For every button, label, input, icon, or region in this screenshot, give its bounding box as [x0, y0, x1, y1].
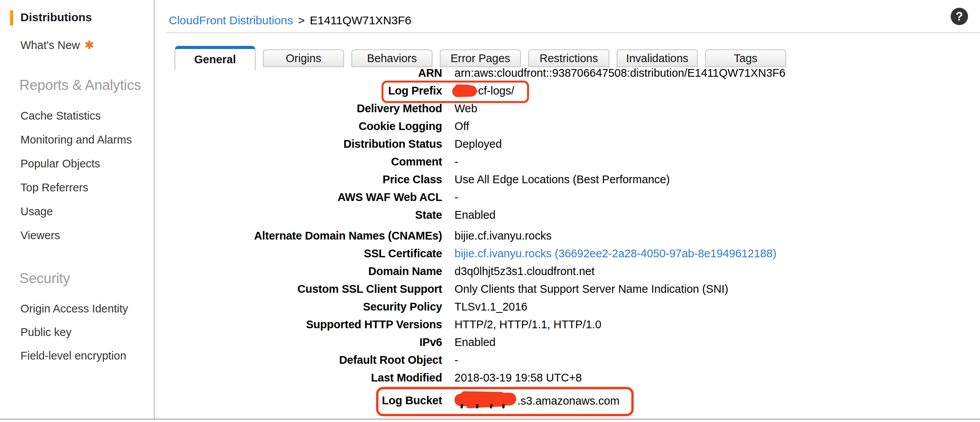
field-value: Web	[454, 102, 477, 115]
field-label: Distribution Status	[166, 138, 442, 150]
breadcrumb-separator: >	[298, 14, 305, 27]
header-divider	[166, 32, 980, 33]
detail-row-log-prefix: Log Prefixbijie-cf-logs/	[166, 82, 980, 100]
field-label: Last Modified	[166, 371, 442, 384]
field-value: -	[454, 191, 458, 204]
detail-row-state: StateEnabled	[166, 206, 980, 224]
field-label: IPv6	[166, 336, 442, 349]
detail-row-custom-ssl-client-support: Custom SSL Client SupportOnly Clients th…	[166, 280, 980, 298]
field-label: Domain Name	[166, 265, 442, 278]
sidebar-section-reports-analytics: Reports & Analytics	[19, 77, 141, 93]
detail-row-log-bucket: Log Bucket.s3.amazonaws.com	[166, 388, 980, 413]
field-label: Custom SSL Client Support	[166, 283, 442, 295]
redacted-value: bijie-cf-logs/	[454, 84, 514, 97]
redaction-scribble	[452, 85, 477, 97]
detail-row-security-policy: Security PolicyTLSv1.1_2016	[166, 298, 980, 316]
detail-row-last-modified: Last Modified2018-03-19 19:58 UTC+8	[166, 369, 980, 387]
sidebar-item-popular-objects[interactable]: Popular Objects	[20, 157, 100, 170]
field-value: Use All Edge Locations (Best Performance…	[454, 173, 670, 186]
sidebar-item-cache-statistics[interactable]: Cache Statistics	[20, 110, 101, 122]
sidebar-item-distributions[interactable]: Distributions	[20, 11, 92, 24]
detail-row-cookie-logging: Cookie LoggingOff	[166, 117, 980, 135]
field-label: Supported HTTP Versions	[166, 318, 442, 331]
field-label: Default Root Object	[166, 354, 442, 366]
breadcrumb-current-distribution-id: E1411QW71XN3F6	[310, 14, 411, 27]
field-value: TLSv1.1_2016	[454, 300, 527, 313]
field-label: ARN	[166, 67, 442, 79]
field-value[interactable]: bijie.cf.ivanyu.rocks (36692ee2-2a28-405…	[454, 247, 777, 260]
sidebar-item-what-s-new[interactable]: What's New✱	[20, 38, 94, 52]
sidebar-item-monitoring-and-alarms[interactable]: Monitoring and Alarms	[20, 133, 132, 146]
field-label: Cookie Logging	[166, 120, 442, 133]
field-label: SSL Certificate	[166, 247, 442, 260]
sidebar-item-label: Distributions	[20, 11, 92, 24]
field-label: Log Bucket	[166, 394, 442, 407]
detail-row-default-root-object: Default Root Object-	[166, 351, 980, 369]
field-value: bijie-cf-logs/	[454, 84, 514, 97]
sidebar-item-top-referrers[interactable]: Top Referrers	[20, 181, 88, 194]
breadcrumb-link-cloudfront-distributions[interactable]: CloudFront Distributions	[169, 14, 293, 27]
field-value: Enabled	[454, 336, 495, 349]
distribution-details: ARNarn:aws:cloudfront::938706647508:dist…	[166, 64, 980, 413]
detail-row-alternate-domain-names-cnames: Alternate Domain Names (CNAMEs)bijie.cf.…	[166, 227, 980, 245]
sidebar-item-usage[interactable]: Usage	[20, 205, 53, 218]
field-value: 2018-03-19 19:58 UTC+8	[454, 371, 582, 384]
field-label: Alternate Domain Names (CNAMEs)	[166, 230, 442, 242]
field-value: bijie.cf.ivanyu.rocks	[454, 230, 551, 242]
active-item-indicator	[10, 10, 13, 25]
sidebar-item-public-key[interactable]: Public key	[20, 326, 71, 339]
field-value: Only Clients that Support Server Name In…	[454, 283, 728, 295]
field-label: Security Policy	[166, 300, 442, 313]
field-value: d3q0lhjt5z3s1.cloudfront.net	[454, 265, 595, 278]
detail-row-domain-name: Domain Named3q0lhjt5z3s1.cloudfront.net	[166, 262, 980, 280]
sidebar-item-viewers[interactable]: Viewers	[20, 229, 60, 242]
field-label: Price Class	[166, 173, 442, 186]
field-label: Log Prefix	[166, 84, 442, 97]
whats-new-badge-icon: ✱	[85, 39, 94, 51]
detail-row-ssl-certificate: SSL Certificatebijie.cf.ivanyu.rocks (36…	[166, 245, 980, 262]
sidebar-section-security: Security	[19, 270, 70, 287]
field-label: Delivery Method	[166, 102, 442, 115]
detail-row-ipv6: IPv6Enabled	[166, 333, 980, 351]
field-value: Deployed	[454, 138, 502, 150]
field-value: Enabled	[454, 209, 495, 221]
field-value: -	[454, 155, 458, 168]
redaction-scribble	[454, 392, 517, 408]
detail-row-arn: ARNarn:aws:cloudfront::938706647508:dist…	[166, 64, 980, 82]
sidebar: DistributionsWhat's New✱Reports & Analyt…	[0, 0, 155, 419]
sidebar-item-label: What's New	[20, 39, 80, 51]
detail-row-delivery-method: Delivery MethodWeb	[166, 100, 980, 117]
field-label: Comment	[166, 155, 442, 168]
detail-row-supported-http-versions: Supported HTTP VersionsHTTP/2, HTTP/1.1,…	[166, 316, 980, 333]
detail-row-comment: Comment-	[166, 153, 980, 170]
field-value: Off	[454, 120, 469, 133]
field-value: HTTP/2, HTTP/1.1, HTTP/1.0	[454, 318, 601, 331]
field-label: State	[166, 209, 442, 221]
breadcrumb: CloudFront Distributions>E1411QW71XN3F6	[169, 14, 411, 27]
page-bottom-divider	[0, 419, 980, 420]
field-value: -	[454, 354, 458, 366]
field-value-text: .s3.amazonaws.com	[517, 395, 619, 407]
field-label: AWS WAF Web ACL	[166, 191, 442, 204]
sidebar-item-field-level-encryption[interactable]: Field-level encryption	[20, 349, 126, 362]
detail-row-price-class: Price ClassUse All Edge Locations (Best …	[166, 170, 980, 188]
field-value: arn:aws:cloudfront::938706647508:distrib…	[454, 67, 785, 79]
sidebar-item-origin-access-identity[interactable]: Origin Access Identity	[20, 302, 128, 315]
help-icon[interactable]: ?	[951, 8, 968, 25]
field-value: .s3.amazonaws.com	[454, 392, 619, 408]
detail-row-distribution-status: Distribution StatusDeployed	[166, 135, 980, 153]
detail-row-aws-waf-web-acl: AWS WAF Web ACL-	[166, 188, 980, 206]
